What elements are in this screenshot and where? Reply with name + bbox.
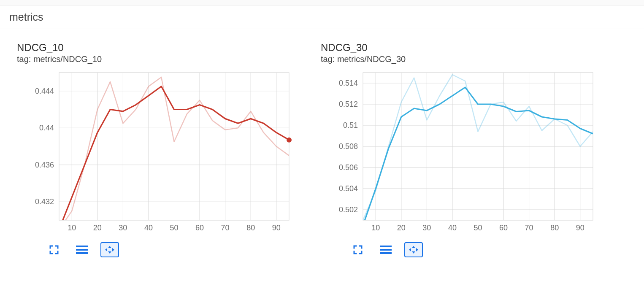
svg-text:0.506: 0.506 [339, 163, 358, 172]
svg-text:40: 40 [448, 224, 457, 232]
svg-text:60: 60 [195, 224, 204, 232]
svg-rect-70 [380, 246, 392, 247]
svg-marker-33 [108, 251, 111, 254]
charts-row: NDCG_10 tag: metrics/NDCG_10 10203040506… [0, 29, 644, 262]
chart-toolbar [45, 242, 304, 257]
chart-card-ndcg30: NDCG_30 tag: metrics/NDCG_30 10203040506… [321, 42, 608, 257]
fit-domain-button[interactable] [100, 242, 119, 257]
svg-text:0.504: 0.504 [339, 184, 358, 193]
svg-marker-32 [108, 246, 111, 248]
svg-text:50: 50 [170, 224, 178, 232]
svg-text:80: 80 [550, 224, 559, 232]
svg-text:0.44: 0.44 [39, 124, 54, 132]
svg-rect-29 [76, 246, 88, 247]
svg-rect-31 [76, 252, 88, 254]
svg-marker-34 [105, 248, 107, 251]
svg-text:0.444: 0.444 [35, 86, 54, 95]
svg-text:70: 70 [525, 224, 533, 232]
panel-title: metrics [9, 11, 43, 23]
svg-text:0.512: 0.512 [339, 100, 358, 108]
svg-rect-71 [380, 249, 392, 251]
window-topbar [0, 0, 644, 5]
svg-text:90: 90 [272, 224, 281, 232]
svg-text:0.508: 0.508 [339, 142, 358, 151]
chart-tag: tag: metrics/NDCG_30 [321, 54, 608, 64]
list-icon [380, 245, 392, 255]
svg-point-28 [287, 137, 292, 142]
chart-plot-ndcg30[interactable]: 1020304050607080900.5020.5040.5060.5080.… [321, 68, 608, 237]
chart-title: NDCG_10 [17, 42, 304, 54]
svg-text:10: 10 [68, 224, 76, 232]
list-button[interactable] [376, 242, 395, 257]
svg-text:80: 80 [246, 224, 255, 232]
svg-marker-76 [416, 248, 418, 251]
panel-header[interactable]: metrics [0, 5, 644, 29]
svg-text:20: 20 [397, 224, 406, 232]
expand-icon [353, 245, 363, 255]
svg-text:0.514: 0.514 [339, 79, 358, 87]
svg-text:50: 50 [474, 224, 482, 232]
svg-marker-74 [412, 251, 415, 254]
svg-marker-35 [112, 248, 114, 251]
chart-tag: tag: metrics/NDCG_10 [17, 54, 304, 64]
svg-text:0.502: 0.502 [339, 205, 358, 214]
list-icon [76, 245, 88, 255]
svg-rect-30 [76, 249, 88, 251]
svg-text:70: 70 [221, 224, 230, 232]
svg-marker-73 [412, 246, 415, 248]
svg-marker-75 [409, 248, 411, 251]
list-button[interactable] [73, 242, 91, 257]
fit-domain-icon [104, 245, 115, 254]
svg-text:30: 30 [422, 224, 431, 232]
expand-button[interactable] [45, 242, 63, 257]
expand-button[interactable] [349, 242, 367, 257]
expand-icon [49, 245, 59, 255]
chart-card-ndcg10: NDCG_10 tag: metrics/NDCG_10 10203040506… [17, 42, 304, 257]
svg-text:40: 40 [144, 224, 153, 232]
svg-text:0.51: 0.51 [343, 121, 358, 130]
svg-text:0.432: 0.432 [35, 197, 54, 206]
fit-domain-button[interactable] [404, 242, 423, 257]
fit-domain-icon [408, 245, 419, 254]
svg-text:0.436: 0.436 [35, 160, 54, 169]
svg-text:20: 20 [93, 224, 102, 232]
chart-toolbar [349, 242, 608, 257]
svg-text:90: 90 [576, 224, 584, 232]
svg-text:10: 10 [371, 224, 380, 232]
svg-text:30: 30 [119, 224, 127, 232]
svg-text:60: 60 [499, 224, 508, 232]
chart-title: NDCG_30 [321, 42, 608, 54]
chart-plot-ndcg10[interactable]: 1020304050607080900.4320.4360.440.444 [17, 68, 304, 237]
svg-rect-72 [380, 252, 392, 254]
